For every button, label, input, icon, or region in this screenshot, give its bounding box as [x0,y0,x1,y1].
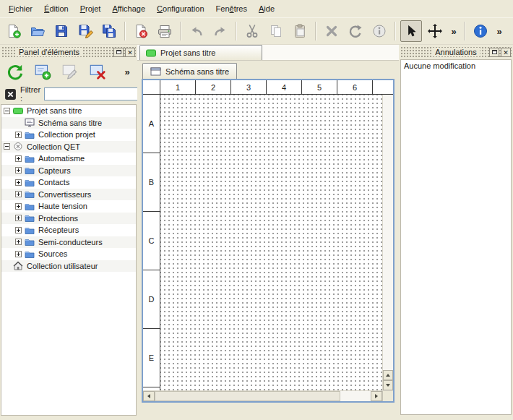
expand-icon[interactable] [15,203,22,210]
qet-collection-icon [13,142,25,151]
delete-element-button[interactable] [87,61,108,82]
elements-float-button[interactable] [113,48,124,57]
undo-icon [189,23,204,39]
scroll-down-button[interactable] [383,380,393,390]
scroll-up-button[interactable] [383,370,393,380]
float-icon [116,50,121,54]
row-label: C [143,212,160,270]
project-tab-label: Projet sans titre [160,48,215,57]
new-document-button[interactable] [3,20,25,42]
tree-item-collection-projet[interactable]: Collection projet [1,129,136,141]
horizontal-scroll-thumb[interactable] [155,391,340,401]
folder-icon [25,237,36,247]
expand-icon[interactable] [15,215,22,221]
folder-icon [25,249,36,259]
undo-button[interactable] [186,20,207,42]
diagram-canvas[interactable] [160,95,382,390]
element-info-button[interactable] [368,20,390,42]
move-arrows-icon [427,23,443,39]
expand-icon[interactable] [15,191,22,197]
tree-item-automatisme[interactable]: Automatisme [1,153,136,165]
reload-collections-button[interactable] [4,61,26,82]
copy-icon [268,23,284,39]
collapse-icon[interactable] [4,143,10,150]
filter-label: Filtrer : [20,85,40,103]
menu-fichier[interactable]: Fichier [3,1,38,16]
horizontal-scroll-track[interactable] [155,391,371,401]
save-button[interactable] [51,20,72,42]
rotate-icon [348,23,363,39]
undo-close-button[interactable] [501,48,511,57]
elements-close-button[interactable] [125,48,135,57]
float-icon [492,50,497,54]
vertical-scroll-track[interactable] [383,95,393,370]
tree-item-sources[interactable]: Sources [1,248,136,260]
scroll-left-button[interactable] [143,391,155,401]
tree-item-collection-utilisateur[interactable]: Collection utilisateur [1,260,136,273]
copy-button[interactable] [265,20,287,42]
menu-affichage[interactable]: Affichage [106,1,151,16]
undo-panel-header[interactable]: Annulations [400,46,512,58]
qelectrotech-window: Fichier Édition Projet Affichage Configu… [0,0,513,420]
cursor-arrow-icon [403,23,419,39]
expand-icon[interactable] [15,179,22,186]
tab-projet-sans-titre[interactable]: Projet sans titre [139,45,262,60]
tree-item-haute-tension[interactable]: Haute tension [1,200,136,213]
about-button[interactable] [470,20,491,42]
menu-aide[interactable]: Aide [253,1,280,16]
menu-configuration[interactable]: Configuration [151,1,210,16]
redo-button[interactable] [210,20,231,42]
toolbar-extension-button-2[interactable] [493,21,505,41]
undo-float-button[interactable] [489,48,499,57]
vertical-scrollbar[interactable] [382,95,393,390]
cut-button[interactable] [241,20,263,42]
horizontal-scrollbar[interactable] [143,391,382,401]
project-tab-bar: Projet sans titre [137,45,399,61]
expand-icon[interactable] [15,239,22,245]
folder-icon [25,213,36,223]
filter-input[interactable] [44,87,152,100]
tree-item-collection-qet[interactable]: Collection QET [1,141,136,153]
column-header: 1 2 3 4 5 6 [143,80,393,95]
filter-bar: Filtrer : [0,85,137,103]
rotate-button[interactable] [345,20,366,42]
tree-item-protections[interactable]: Protections [1,213,136,225]
elements-toolbar-extension-button[interactable] [121,61,133,82]
menu-edition[interactable]: Édition [38,1,74,16]
save-all-button[interactable] [98,20,120,42]
tree-item-project[interactable]: Projet sans titre [1,105,136,117]
new-element-button[interactable] [32,61,53,82]
tree-item-semi-conducteurs[interactable]: Semi-conducteurs [1,236,136,249]
select-tool-button[interactable] [400,20,422,42]
delete-button[interactable] [321,20,342,42]
close-file-button[interactable] [130,20,152,42]
menu-bar: Fichier Édition Projet Affichage Configu… [0,0,513,17]
undo-list-item[interactable]: Aucune modification [401,60,511,72]
expand-icon[interactable] [15,155,22,162]
tree-item-capteurs[interactable]: Capteurs [1,165,136,177]
paste-button[interactable] [289,20,311,42]
save-as-button[interactable] [74,20,96,42]
elements-panel-header[interactable]: Panel d'éléments [1,46,136,58]
open-button[interactable] [27,20,48,42]
print-button[interactable] [154,20,176,42]
tree-item-convertisseurs[interactable]: Convertisseurs [1,189,136,201]
column-label: 5 [302,80,337,94]
expand-icon[interactable] [15,251,22,257]
pan-tool-button[interactable] [424,20,446,42]
scroll-right-button[interactable] [371,391,382,401]
tree-item-contacts[interactable]: Contacts [1,176,136,189]
tree-item-schema[interactable]: Schéma sans titre [1,117,136,129]
tab-schema-sans-titre[interactable]: Schéma sans titre [142,63,237,79]
menu-projet[interactable]: Projet [74,1,107,16]
expand-icon[interactable] [15,167,22,173]
expand-icon[interactable] [15,132,22,138]
schema-icon [25,118,36,127]
menu-fenetres[interactable]: Fenêtres [210,1,253,16]
clear-filter-button[interactable] [4,88,17,100]
collapse-icon[interactable] [4,108,10,114]
expand-icon[interactable] [15,227,22,233]
toolbar-extension-button[interactable] [448,21,460,41]
edit-element-button[interactable] [59,61,81,82]
tree-item-recepteurs[interactable]: Récepteurs [1,224,136,236]
